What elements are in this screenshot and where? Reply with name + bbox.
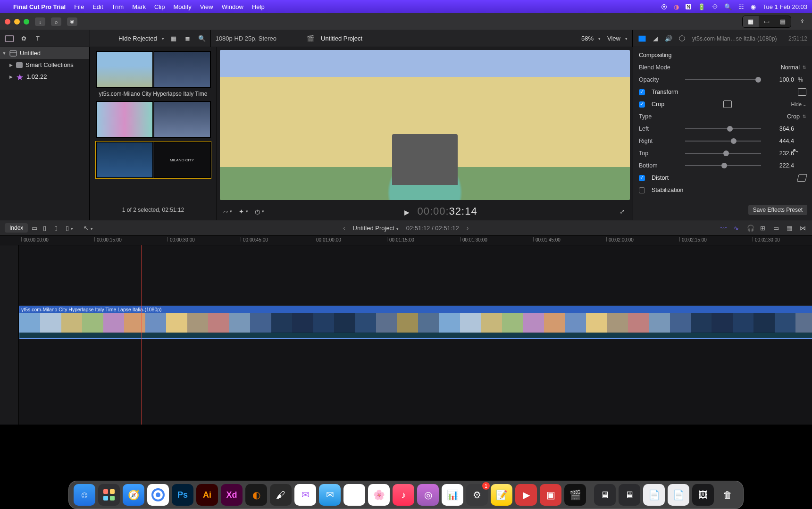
stabilization-checkbox[interactable] [639,187,645,193]
dock-recent-2[interactable]: 🖥 [619,484,640,506]
workspace-timeline-button[interactable]: ▭ [759,16,775,27]
viewer-zoom-dropdown[interactable]: 58% [581,35,601,42]
titles-sidebar-icon[interactable]: T [33,34,42,43]
transform-checkbox[interactable] [639,89,645,95]
status-notion-icon[interactable]: N [686,4,691,9]
menu-modify[interactable]: Modify [173,3,191,10]
crop-row[interactable]: Crop Hide [637,98,808,110]
dock-recent-1[interactable]: 🖥 [594,484,616,506]
save-effects-preset-button[interactable]: Save Effects Preset [748,205,807,215]
dock-music[interactable]: ♪ [393,484,414,506]
photos-sidebar-icon[interactable]: ✿ [19,34,28,43]
crop-checkbox[interactable] [639,101,645,108]
window-minimize-button[interactable] [14,19,20,25]
share-button[interactable]: ⇪ [797,17,807,26]
stabilization-row[interactable]: Stabilization [637,184,808,196]
timeline-index-button[interactable]: Index [5,223,28,233]
crop-bottom-slider[interactable] [685,162,761,169]
fullscreen-button[interactable]: ⤢ [617,207,628,216]
library-row[interactable]: ▼ Untitled [0,47,89,59]
lane-view-icon[interactable]: ▭ [773,225,781,231]
crop-tool-icon[interactable] [723,100,732,108]
background-tasks-button[interactable]: ◉ [67,17,77,26]
dock-notes[interactable]: 📝 [491,484,512,506]
audio-skimming-icon[interactable]: ∿ [734,225,741,231]
dock-photos[interactable]: 🌸 [368,484,390,506]
dock-krita[interactable]: 🖌 [270,484,292,506]
menu-trim[interactable]: Trim [112,3,124,10]
crop-hide-button[interactable]: Hide [791,101,806,107]
solo-icon[interactable]: 🎧 [747,225,754,231]
status-wifi-icon[interactable]: ⦵ [712,3,718,10]
crop-bottom-value[interactable]: 222,4 [765,162,794,169]
crop-left-slider[interactable] [685,125,761,132]
viewer-preview[interactable] [220,50,630,200]
browser-search-icon[interactable]: 🔍 [197,34,207,43]
effects-browser-icon[interactable]: ⋈ [800,225,807,231]
dock-mail[interactable]: ✉ [319,484,341,506]
dock-blender[interactable]: ◐ [245,484,267,506]
retime-tool-button[interactable]: ◷ [254,207,265,216]
enhance-tool-button[interactable]: ✦ [238,207,249,216]
timeline[interactable]: yt5s.com-Milano City Hyperlapse Italy Ti… [0,245,812,425]
menu-window[interactable]: Window [222,3,243,10]
dock-finder[interactable]: ☺ [74,484,95,506]
browser-clip-3[interactable]: MILANO CITY [96,142,211,178]
inspector-info-tab[interactable]: ⓘ [677,34,686,43]
select-tool-dropdown[interactable]: ↖ [84,225,91,231]
browser-clip-2[interactable] [96,101,211,138]
window-fullscreen-button[interactable] [24,19,29,25]
crop-right-slider[interactable] [685,138,761,144]
timeline-ruler[interactable]: 00:00:00:00 00:00:15:00 00:00:30:00 00:0… [0,236,812,245]
dock-trash[interactable]: 🗑 [717,484,738,506]
smart-collections-row[interactable]: ▶ Smart Collections [0,59,89,71]
workspace-browser-button[interactable]: ▦ [743,16,759,27]
dock-anydesk-2[interactable]: ▣ [540,484,561,506]
library-sidebar-icon[interactable] [5,34,14,43]
skimming-icon[interactable]: 〰 [720,225,728,231]
disclosure-triangle-icon[interactable]: ▶ [8,63,13,67]
dock-safari[interactable]: 🧭 [123,484,144,506]
timeline-project-dropdown[interactable]: Untitled Project [353,225,399,232]
workspace-inspector-button[interactable]: ▤ [775,16,791,27]
timeline-history-fwd[interactable]: › [467,224,469,232]
app-menu[interactable]: Final Cut Pro Trial [13,3,66,10]
event-row[interactable]: ▶ 1.02.22 [0,71,89,83]
menubar-clock[interactable]: Tue 1 Feb 20:03 [762,3,807,10]
menu-mark[interactable]: Mark [132,3,146,10]
opacity-slider[interactable] [685,76,761,83]
timeline-playhead[interactable] [142,245,142,425]
append-clip-icon[interactable]: ▯ [54,225,62,231]
clip-grouping-icon[interactable]: ▦ [169,34,178,43]
distort-tool-icon[interactable] [797,174,807,182]
transform-tool-button[interactable]: ▱ [222,207,233,216]
connect-clip-icon[interactable]: ▭ [32,225,39,231]
distort-row[interactable]: Distort [637,172,808,184]
browser-clip-1[interactable] [96,51,211,88]
distort-checkbox[interactable] [639,175,645,181]
crop-type-dropdown[interactable]: Crop [787,113,806,120]
dock-xd[interactable]: Xd [221,484,243,506]
overwrite-clip-icon[interactable]: ▯ [66,225,73,231]
dock-finalcutpro[interactable]: 🎬 [564,484,586,506]
disclosure-triangle-icon[interactable]: ▼ [2,51,7,56]
dock-settings[interactable]: ⚙1 [466,484,488,506]
menu-view[interactable]: View [200,3,213,10]
crop-right-value[interactable]: 444,4 [765,138,794,144]
transform-row[interactable]: Transform [637,86,808,98]
inspector-video-tab[interactable] [637,34,647,43]
menu-file[interactable]: File [74,3,84,10]
dock-recent-4[interactable]: 📄 [668,484,689,506]
inspector-color-tab[interactable]: ◢ [651,34,660,43]
keyword-editor-button[interactable]: ⌕ [51,17,61,26]
menu-edit[interactable]: Edit [92,3,103,10]
menu-clip[interactable]: Clip [154,3,165,10]
dock-recent-3[interactable]: 📄 [643,484,665,506]
status-creative-cloud-icon[interactable]: ◑ [674,3,679,10]
status-control-center-icon[interactable]: ☷ [738,3,744,10]
dock-maps[interactable]: 🗺 [343,484,365,506]
opacity-value[interactable]: 100,0 [765,76,794,83]
dock-anydesk-1[interactable]: ▶ [515,484,537,506]
blend-mode-dropdown[interactable]: Normal [781,64,806,71]
dock-numbers[interactable]: 📊 [442,484,463,506]
